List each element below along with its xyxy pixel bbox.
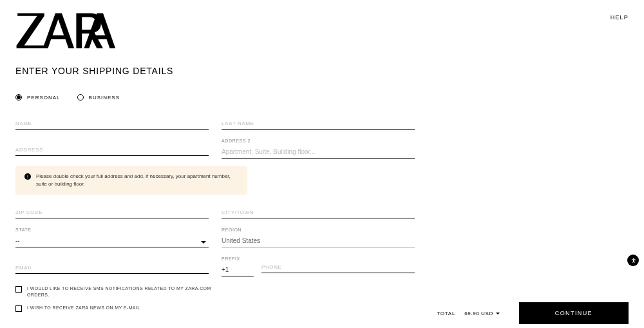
page-title: ENTER YOUR SHIPPING DETAILS xyxy=(15,66,629,76)
zip-field xyxy=(15,205,209,218)
sms-checkbox-row: I WOULD LIKE TO RECEIVE SMS NOTIFICATION… xyxy=(15,285,234,298)
zip-input[interactable] xyxy=(15,208,209,218)
account-type-radio-group: PERSONAL BUSINESS xyxy=(15,94,629,101)
accessibility-icon xyxy=(630,257,637,264)
address-input[interactable] xyxy=(15,146,209,156)
radio-label-business: BUSINESS xyxy=(89,95,120,101)
radio-business[interactable]: BUSINESS xyxy=(77,94,120,101)
region-field: REGION xyxy=(222,227,415,247)
last-name-input[interactable] xyxy=(222,119,415,130)
city-input[interactable] xyxy=(222,208,415,218)
svg-point-0 xyxy=(632,257,634,258)
email-field xyxy=(15,260,209,276)
zara-logo[interactable] xyxy=(15,10,118,57)
state-field: STATE xyxy=(15,227,209,247)
prefix-field: PREFIX xyxy=(222,256,254,276)
help-link[interactable]: HELP xyxy=(611,14,629,21)
phone-field xyxy=(261,256,415,276)
radio-personal[interactable]: PERSONAL xyxy=(15,94,61,101)
address2-input[interactable] xyxy=(222,148,415,159)
state-label: STATE xyxy=(15,227,209,232)
sms-checkbox[interactable] xyxy=(15,286,22,293)
radio-icon-filled xyxy=(15,94,22,101)
email-input[interactable] xyxy=(15,264,209,274)
prefix-input[interactable] xyxy=(222,266,254,276)
address-field xyxy=(15,142,209,159)
region-label: REGION xyxy=(222,227,415,232)
warning-text: Please double check your full address an… xyxy=(36,173,238,188)
news-checkbox[interactable] xyxy=(15,305,22,312)
footer: TOTAL 69.90 USD CONTINUE xyxy=(437,302,629,324)
news-checkbox-label: I WISH TO RECEIVE ZARA NEWS ON MY E-MAIL xyxy=(27,305,140,311)
total-summary[interactable]: TOTAL 69.90 USD xyxy=(437,311,500,316)
phone-input[interactable] xyxy=(261,263,415,273)
radio-label-personal: PERSONAL xyxy=(27,95,61,101)
sms-checkbox-label: I WOULD LIKE TO RECEIVE SMS NOTIFICATION… xyxy=(27,285,234,298)
address2-field: ADDRESS 2 xyxy=(222,139,415,159)
prefix-label: PREFIX xyxy=(222,256,254,261)
radio-icon-empty xyxy=(77,94,84,101)
news-checkbox-row: I WISH TO RECEIVE ZARA NEWS ON MY E-MAIL xyxy=(15,305,234,312)
info-icon: ! xyxy=(24,173,31,180)
city-field xyxy=(222,205,415,218)
chevron-down-icon xyxy=(496,313,500,314)
total-amount: 69.90 USD xyxy=(464,311,493,316)
phone-group: PREFIX xyxy=(222,256,415,276)
address-warning: ! Please double check your full address … xyxy=(15,166,247,195)
name-field xyxy=(15,116,209,130)
total-value: 69.90 USD xyxy=(464,311,500,316)
continue-button[interactable]: CONTINUE xyxy=(519,302,629,324)
last-name-field xyxy=(222,116,415,130)
address2-label: ADDRESS 2 xyxy=(222,139,415,143)
region-value xyxy=(222,237,415,247)
accessibility-button[interactable] xyxy=(627,255,639,266)
total-label: TOTAL xyxy=(437,311,455,316)
chevron-down-icon xyxy=(201,241,206,244)
state-select[interactable] xyxy=(15,237,209,247)
name-input[interactable] xyxy=(15,119,209,130)
